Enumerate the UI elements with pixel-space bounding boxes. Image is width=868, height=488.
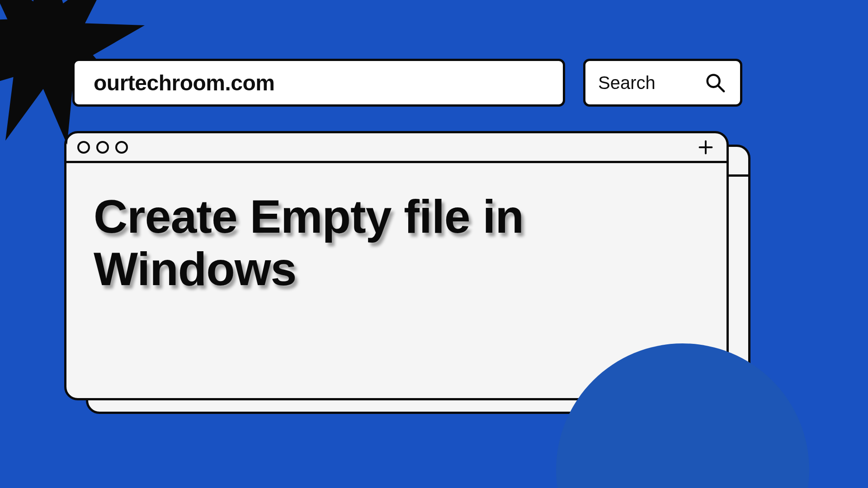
page-headline: Create Empty file in Windows [94, 190, 699, 296]
url-text: ourtechroom.com [94, 70, 275, 95]
new-tab-icon[interactable] [698, 139, 714, 155]
url-bar[interactable]: ourtechroom.com [72, 59, 565, 107]
search-box[interactable]: Search [583, 59, 742, 107]
svg-line-2 [718, 85, 724, 91]
search-icon [705, 72, 726, 93]
window-body: Create Empty file in Windows [66, 163, 726, 296]
search-label: Search [598, 73, 656, 93]
window-titlebar [66, 133, 726, 163]
